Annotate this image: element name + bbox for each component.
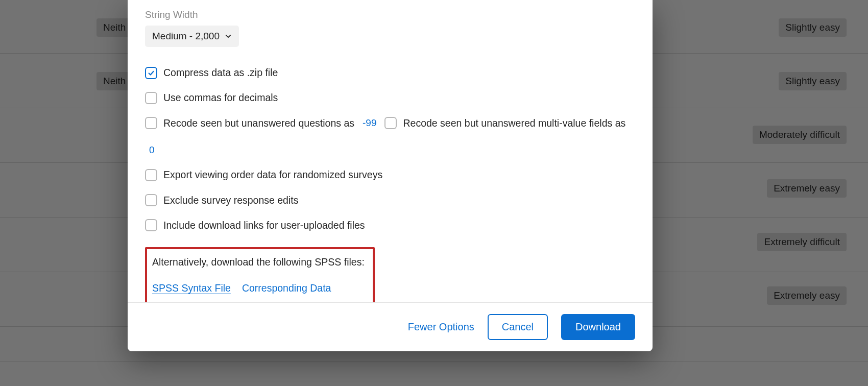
option-compress: Compress data as .zip file: [145, 60, 635, 85]
include-links-checkbox[interactable]: [145, 219, 157, 231]
exclude-edits-checkbox[interactable]: [145, 194, 157, 206]
compress-checkbox[interactable]: [145, 67, 157, 79]
recode-multi-label: Recode seen but unanswered multi-value f…: [403, 116, 625, 131]
download-button[interactable]: Download: [561, 314, 635, 340]
option-include-links: Include download links for user-uploaded…: [145, 213, 635, 238]
modal-body: String Width Medium - 2,000 Compress dat…: [128, 0, 653, 302]
option-export-order: Export viewing order data for randomized…: [145, 162, 635, 187]
exclude-edits-label: Exclude survey response edits: [163, 193, 298, 208]
option-commas: Use commas for decimals: [145, 85, 635, 110]
commas-checkbox[interactable]: [145, 92, 157, 104]
chevron-down-icon: [225, 33, 232, 40]
fewer-options-button[interactable]: Fewer Options: [408, 321, 474, 333]
export-order-checkbox[interactable]: [145, 169, 157, 181]
spss-syntax-link[interactable]: SPSS Syntax File: [152, 282, 231, 294]
recode-unanswered-checkbox[interactable]: [145, 117, 157, 129]
include-links-label: Include download links for user-uploaded…: [163, 218, 365, 233]
download-modal: String Width Medium - 2,000 Compress dat…: [128, 0, 653, 351]
cancel-button[interactable]: Cancel: [488, 314, 548, 340]
recode-multi-checkbox[interactable]: [384, 117, 397, 129]
alt-intro-text: Alternatively, download the following SP…: [152, 256, 368, 268]
alt-download-block: Alternatively, download the following SP…: [145, 247, 375, 302]
alt-links-row: SPSS Syntax File Corresponding Data: [152, 282, 368, 294]
string-width-label: String Width: [145, 9, 635, 20]
string-width-value: Medium - 2,000: [152, 31, 220, 42]
commas-label: Use commas for decimals: [163, 90, 278, 105]
recode-unanswered-label: Recode seen but unanswered questions as: [163, 116, 354, 131]
options-list: Compress data as .zip file Use commas fo…: [145, 60, 635, 238]
option-recode-row: Recode seen but unanswered questions as …: [145, 111, 635, 163]
compress-label: Compress data as .zip file: [163, 65, 278, 80]
option-exclude-edits: Exclude survey response edits: [145, 188, 635, 213]
string-width-select[interactable]: Medium - 2,000: [145, 26, 239, 47]
recode-unanswered-value[interactable]: -99: [360, 116, 378, 131]
corresponding-data-link[interactable]: Corresponding Data: [242, 282, 331, 294]
modal-footer: Fewer Options Cancel Download: [128, 302, 653, 351]
recode-multi-value[interactable]: 0: [147, 143, 157, 158]
export-order-label: Export viewing order data for randomized…: [163, 167, 382, 182]
